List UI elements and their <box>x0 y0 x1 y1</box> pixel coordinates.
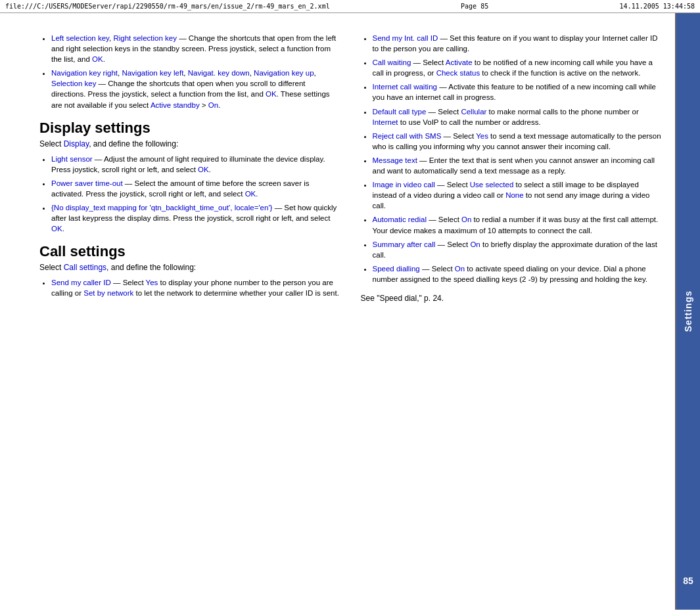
reject-call-item: Reject call with SMS — Select Yes to sen… <box>373 131 663 152</box>
on-link-3[interactable]: On <box>470 240 480 248</box>
power-saver-item: Power saver time-out — Select the amount… <box>51 178 341 199</box>
message-text-link[interactable]: Message text <box>373 156 417 164</box>
call-waiting-link[interactable]: Call waiting <box>373 58 411 66</box>
call-list: Send my caller ID — Select Yes to displa… <box>39 277 341 298</box>
cellular-link[interactable]: Cellular <box>461 108 486 116</box>
message-text-item: Message text — Enter the text that is se… <box>373 155 663 176</box>
page-number: 85 <box>683 576 693 586</box>
file-path: file:///C:/USERS/MODEServer/rapi/2290550… <box>5 3 330 10</box>
internet-call-waiting-link[interactable]: Internet call waiting <box>373 83 437 91</box>
on-link-2[interactable]: On <box>461 215 471 223</box>
activate-link[interactable]: Activate <box>446 58 473 66</box>
light-sensor-item: Light sensor — Adjust the amount of ligh… <box>51 154 341 175</box>
right-column: Send my Int. call ID — Set this feature … <box>361 33 663 597</box>
see-also: See "Speed dial," p. 24. <box>361 294 663 303</box>
on-link-4[interactable]: On <box>455 265 465 273</box>
sidebar-label: Settings <box>683 290 693 332</box>
automatic-redial-link[interactable]: Automatic redial <box>373 215 427 223</box>
page-number-box: 85 <box>676 572 700 590</box>
check-status-link[interactable]: Check status <box>436 69 480 77</box>
ok-link-5[interactable]: OK <box>51 225 62 233</box>
display-link[interactable]: Display <box>64 139 89 148</box>
ok-link-4[interactable]: OK <box>245 190 256 198</box>
active-standby-link[interactable]: Active standby <box>151 101 200 109</box>
send-int-call-id-item: Send my Int. call ID — Set this feature … <box>373 33 663 54</box>
summary-after-call-item: Summary after call — Select On to briefl… <box>373 239 663 260</box>
backlight-link[interactable]: {No display_text mapping for 'qtn_backli… <box>51 204 272 212</box>
none-link[interactable]: None <box>505 191 524 199</box>
default-call-type-item: Default call type — Select Cellular to m… <box>373 106 663 127</box>
call-settings-link[interactable]: Call settings <box>64 263 106 272</box>
speed-dialling-link[interactable]: Speed dialling <box>373 265 420 273</box>
nav-key-item: Navigation key right, Navigation key lef… <box>51 68 341 110</box>
ok-link-3[interactable]: OK <box>198 166 209 173</box>
page-wrapper: Left selection key, Right selection key … <box>0 13 700 610</box>
reject-call-link[interactable]: Reject call with SMS <box>373 132 442 140</box>
ok-link-2[interactable]: OK <box>266 90 277 98</box>
left-selection-key-item: Left selection key, Right selection key … <box>51 33 341 64</box>
send-int-call-id-link[interactable]: Send my Int. call ID <box>373 34 438 42</box>
date-label: 14.11.2005 13:44:58 <box>620 3 695 10</box>
selection-key-link[interactable]: Selection key <box>51 79 96 87</box>
image-in-video-link[interactable]: Image in video call <box>373 181 435 189</box>
set-by-network-link[interactable]: Set by network <box>83 289 133 297</box>
yes-link-2[interactable]: Yes <box>476 132 488 140</box>
default-call-type-link[interactable]: Default call type <box>373 108 427 116</box>
backlight-item: {No display_text mapping for 'qtn_backli… <box>51 202 341 234</box>
automatic-redial-item: Automatic redial — Select On to redial a… <box>373 214 663 235</box>
nav-key-left-link[interactable]: Navigation key left <box>122 69 183 77</box>
image-in-video-item: Image in video call — Select Use selecte… <box>373 179 663 211</box>
nav-key-right-link[interactable]: Navigation key right <box>51 69 118 77</box>
nav-key-up-link[interactable]: Navigation key up <box>254 69 314 77</box>
display-settings-title: Display settings <box>39 120 341 137</box>
top-bar: file:///C:/USERS/MODEServer/rapi/2290550… <box>0 0 700 13</box>
call-subtitle: Select Call settings, and define the fol… <box>39 263 341 272</box>
sidebar-tab: Settings 85 <box>675 13 700 610</box>
on-link-1[interactable]: On <box>208 101 218 109</box>
intro-list: Left selection key, Right selection key … <box>39 33 341 110</box>
use-selected-link[interactable]: Use selected <box>470 181 513 189</box>
speed-dialling-item: Speed dialling — Select On to activate s… <box>373 263 663 284</box>
page-label: Page 85 <box>461 3 488 10</box>
internet-call-waiting-item: Internet call waiting — Activate this fe… <box>373 81 663 102</box>
yes-link-1[interactable]: Yes <box>146 279 158 286</box>
left-selection-key-link[interactable]: Left selection key <box>51 34 109 42</box>
light-sensor-link[interactable]: Light sensor <box>51 155 93 163</box>
call-waiting-item: Call waiting — Select Activate to be not… <box>373 57 663 78</box>
send-caller-id-link[interactable]: Send my caller ID <box>51 279 111 286</box>
right-list: Send my Int. call ID — Set this feature … <box>361 33 663 284</box>
call-settings-title: Call settings <box>39 243 341 260</box>
internet-link[interactable]: Internet <box>373 118 398 126</box>
power-saver-link[interactable]: Power saver time-out <box>51 179 123 187</box>
display-list: Light sensor — Adjust the amount of ligh… <box>39 154 341 235</box>
ok-link-1[interactable]: OK <box>92 55 103 63</box>
right-selection-key-link[interactable]: Right selection key <box>113 34 177 42</box>
main-content: Left selection key, Right selection key … <box>0 13 675 610</box>
left-column: Left selection key, Right selection key … <box>39 33 341 597</box>
summary-after-call-link[interactable]: Summary after call <box>373 240 436 248</box>
nav-key-down-link[interactable]: Navigat. key down <box>188 69 250 77</box>
send-caller-id-item: Send my caller ID — Select Yes to displa… <box>51 277 341 298</box>
display-subtitle: Select Display, and define the following… <box>39 139 341 148</box>
